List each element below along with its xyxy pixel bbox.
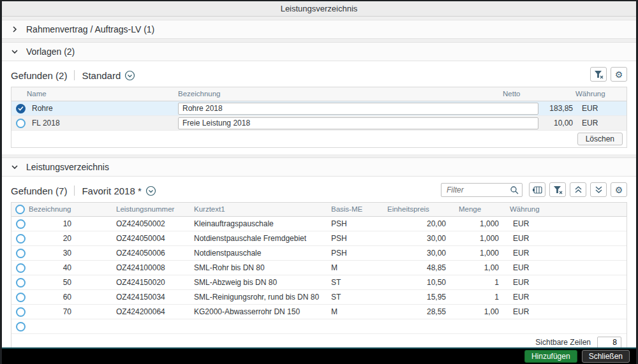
vorlagen-table-header: Name Bezeichnung Netto Währung xyxy=(11,87,627,101)
cell-menge: 1,00 xyxy=(446,307,499,316)
table-row: 10OZ424050002KleinauftragspauschalePSH20… xyxy=(11,217,627,231)
column-header-menge[interactable]: Menge xyxy=(459,205,481,213)
cell-menge: 1,000 xyxy=(446,219,499,228)
gear-icon: ⚙ xyxy=(615,70,623,79)
table-row: 20OZ424050004Notdienstpauschale Fremdgeb… xyxy=(11,231,627,246)
clear-filter-button[interactable] xyxy=(549,182,566,197)
row-select-cell xyxy=(11,307,29,317)
cell-einheitspreis: 48,85 xyxy=(387,263,446,272)
search-icon[interactable] xyxy=(510,186,519,194)
lv-table: Bezeichnung Leistungsnummer Kurztext1 Ba… xyxy=(11,202,627,351)
clear-filter-button[interactable] xyxy=(590,67,607,82)
visible-rows-input[interactable] xyxy=(597,337,621,349)
column-header-waehrung[interactable]: Währung xyxy=(575,90,605,98)
row-select-radio[interactable] xyxy=(16,307,26,317)
chevron-down-icon xyxy=(11,48,22,55)
cell-kurztext: SML-Abzweig bis DN 80 xyxy=(194,278,331,287)
row-select-cell xyxy=(11,249,29,258)
column-header-kurztext[interactable]: Kurztext1 xyxy=(194,205,225,213)
bezeichnung-input[interactable] xyxy=(178,117,538,129)
cell-waehrung: EUR xyxy=(499,307,627,316)
row-select-radio[interactable] xyxy=(16,263,26,273)
cell-basis-me: M xyxy=(331,307,387,316)
row-select-radio[interactable] xyxy=(16,293,26,302)
cell-netto: 10,00 xyxy=(541,119,573,127)
table-settings-button[interactable]: ⚙ xyxy=(611,182,627,197)
row-select-radio[interactable] xyxy=(16,234,26,244)
column-header-bezeichnung[interactable]: Bezeichnung xyxy=(178,90,221,98)
header-radio[interactable] xyxy=(15,205,25,214)
cell-waehrung: EUR xyxy=(499,293,627,302)
cell-bezeichnung xyxy=(153,117,541,129)
cell-waehrung: EUR xyxy=(499,249,627,258)
dialog-title-bar: Leistungsverzeichnis xyxy=(2,1,636,17)
row-select-cell xyxy=(11,219,29,229)
cell-leistungsnummer: OZ424050004 xyxy=(71,234,194,243)
cell-bezeichnung: 30 xyxy=(29,249,71,258)
cell-bezeichnung: 40 xyxy=(29,263,71,272)
footer-action-bar: Hinzufügen Schließen xyxy=(2,347,636,364)
cell-bezeichnung: 50 xyxy=(29,278,71,287)
column-header-leistungsnummer[interactable]: Leistungsnummer xyxy=(116,205,174,213)
tab-divider xyxy=(74,186,75,196)
cell-basis-me: PSH xyxy=(331,234,387,243)
table-row: 50OZ424150020SML-Abzweig bis DN 80ST10,5… xyxy=(11,275,627,290)
cell-einheitspreis: 30,00 xyxy=(387,234,446,243)
table-row: 70OZ424200064KG2000-Abwasserrohr DN 150M… xyxy=(11,305,627,319)
column-header-netto[interactable]: Netto xyxy=(503,90,521,98)
table-row: 30OZ424050006NotdienstpauschalePSH30,001… xyxy=(11,246,627,261)
cell-waehrung: EUR xyxy=(499,263,627,272)
cell-leistungsnummer: OZ424150034 xyxy=(71,293,194,302)
expand-all-button[interactable] xyxy=(590,182,607,197)
filter-x-icon xyxy=(553,186,563,194)
cell-bezeichnung xyxy=(153,103,541,115)
cell-einheitspreis: 20,00 xyxy=(387,219,446,228)
cell-bezeichnung: 70 xyxy=(29,307,71,316)
cell-einheitspreis: 30,00 xyxy=(387,249,446,258)
cell-leistungsnummer: OZ424050002 xyxy=(71,219,194,228)
view-select-icon[interactable] xyxy=(145,186,156,196)
row-select-cell xyxy=(11,104,29,113)
section-header-vorlagen[interactable]: Vorlagen (2) xyxy=(2,42,636,61)
row-select-cell xyxy=(11,293,29,302)
lv-table-body: 10OZ424050002KleinauftragspauschalePSH20… xyxy=(11,217,627,334)
visible-rows-label: Sichtbare Zeilen xyxy=(535,338,591,347)
cell-einheitspreis: 28,55 xyxy=(387,307,446,316)
collapse-all-button[interactable] xyxy=(570,182,586,197)
cell-kurztext: Notdienstpauschale Fremdgebiet xyxy=(194,234,331,243)
delete-button[interactable]: Löschen xyxy=(577,133,623,145)
row-select-radio[interactable] xyxy=(16,219,26,229)
section-label: Leistungsverzeichnis xyxy=(26,162,109,172)
chevron-right-icon xyxy=(11,25,22,33)
column-header-einheitspreis[interactable]: Einheitspreis xyxy=(387,205,429,213)
view-select-icon[interactable] xyxy=(124,70,135,81)
cell-kurztext: SML-Rohr bis DN 80 xyxy=(194,263,331,272)
table-row: 40OZ424100008SML-Rohr bis DN 80M48,851,0… xyxy=(11,261,627,275)
double-chevron-up-icon xyxy=(574,186,582,194)
cell-bezeichnung: 60 xyxy=(29,293,71,302)
row-select-radio[interactable] xyxy=(16,322,26,331)
close-button[interactable]: Schließen xyxy=(582,350,630,363)
column-header-basis-me[interactable]: Basis-ME xyxy=(331,205,362,213)
cell-kurztext: SML-Reinigungsrohr, rund bis DN 80 xyxy=(194,293,331,302)
row-select-radio[interactable] xyxy=(16,119,26,128)
row-select-radio[interactable] xyxy=(16,278,26,288)
row-select-cell xyxy=(11,278,29,288)
copy-button[interactable] xyxy=(529,182,545,197)
section-header-rahmenvertrag[interactable]: Rahmenvertrag / Auftrags-LV (1) xyxy=(2,20,636,39)
found-count-label: Gefunden (7) xyxy=(11,186,67,196)
cell-name: Rohre xyxy=(29,104,153,113)
cell-menge: 1,00 xyxy=(446,263,499,272)
add-button[interactable]: Hinzufügen xyxy=(524,350,577,363)
column-header-bezeichnung[interactable]: Bezeichnung xyxy=(29,205,71,213)
row-select-radio[interactable] xyxy=(16,104,26,113)
bezeichnung-input[interactable] xyxy=(178,103,538,115)
column-header-name[interactable]: Name xyxy=(27,90,47,98)
column-header-waehrung[interactable]: Währung xyxy=(510,205,540,213)
lv-panel: Gefunden (7) Favorit 2018 * xyxy=(2,177,636,358)
section-label: Vorlagen (2) xyxy=(26,47,75,57)
section-header-leistungsverzeichnis[interactable]: Leistungsverzeichnis xyxy=(2,157,636,177)
row-select-radio[interactable] xyxy=(16,249,26,258)
table-settings-button[interactable]: ⚙ xyxy=(611,67,627,82)
view-name-label: Standard xyxy=(82,70,121,81)
